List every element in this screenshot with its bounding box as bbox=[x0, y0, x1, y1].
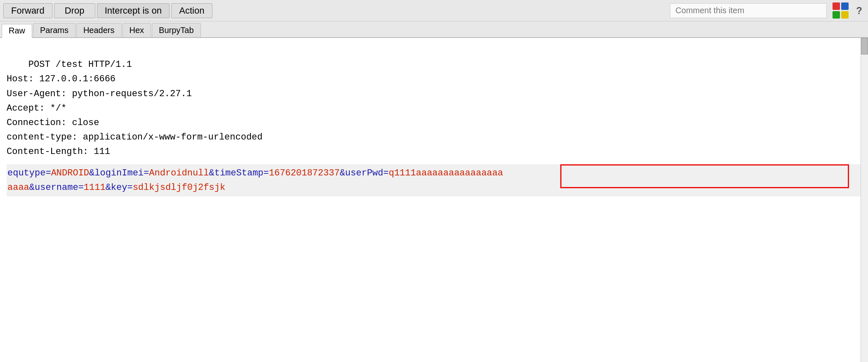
body-val-key: sdlkjsdljf0j2fsjk bbox=[133, 182, 225, 193]
dot-red bbox=[833, 2, 840, 10]
body-key-userpwd: &userPwd= bbox=[340, 168, 389, 178]
body-val-androidnull: Androidnull bbox=[149, 168, 209, 178]
help-button[interactable]: ? bbox=[854, 5, 865, 17]
content-length-line: Content-Length: 111 bbox=[7, 147, 110, 157]
colorful-dots bbox=[833, 2, 849, 19]
body-val-timestamp: 1676201872337 bbox=[269, 168, 340, 178]
connection-line: Connection: close bbox=[7, 118, 99, 128]
body-text: equtype=ANDROID&loginImei=Androidnull&ti… bbox=[7, 164, 861, 196]
dot-blue bbox=[841, 2, 849, 10]
dot-green bbox=[833, 11, 840, 19]
scrollbar-track[interactable] bbox=[861, 38, 868, 362]
tab-params[interactable]: Params bbox=[33, 23, 75, 37]
tab-headers[interactable]: Headers bbox=[76, 23, 122, 37]
tab-hex[interactable]: Hex bbox=[123, 23, 151, 37]
content-type-line: content-type: application/x-www-form-url… bbox=[7, 132, 263, 142]
content-area: POST /test HTTP/1.1 Host: 127.0.0.1:6666… bbox=[0, 38, 868, 362]
toolbar: Forward Drop Intercept is on Action ? bbox=[0, 0, 868, 21]
body-key-equtype: equtype= bbox=[7, 168, 51, 178]
request-line: POST /test HTTP/1.1 bbox=[28, 59, 132, 70]
body-key-loginimei: &loginImei= bbox=[89, 168, 149, 178]
accept-line: Accept: */* bbox=[7, 103, 66, 114]
drop-button[interactable]: Drop bbox=[54, 3, 95, 18]
comment-input[interactable] bbox=[670, 3, 827, 18]
http-body: equtype=ANDROID&loginImei=Androidnull&ti… bbox=[7, 164, 861, 196]
tab-burpytab[interactable]: BurpyTab bbox=[152, 23, 201, 37]
forward-button[interactable]: Forward bbox=[3, 3, 52, 18]
action-button[interactable]: Action bbox=[171, 3, 212, 18]
body-key-username: &username= bbox=[29, 182, 84, 193]
dot-yellow bbox=[841, 11, 849, 19]
http-headers: POST /test HTTP/1.1 Host: 127.0.0.1:6666… bbox=[7, 43, 861, 159]
body-val-userpwd-cont: aaaa bbox=[7, 182, 29, 193]
body-val-username: 1111 bbox=[84, 182, 106, 193]
host-line: Host: 127.0.0.1:6666 bbox=[7, 74, 116, 84]
user-agent-line: User-Agent: python-requests/2.27.1 bbox=[7, 89, 192, 99]
scrollbar-thumb[interactable] bbox=[861, 38, 868, 54]
intercept-button[interactable]: Intercept is on bbox=[97, 3, 170, 18]
tabs-bar: Raw Params Headers Hex BurpyTab bbox=[0, 21, 868, 38]
body-val-android: ANDROID bbox=[51, 168, 89, 178]
dots-icon-group bbox=[833, 2, 849, 19]
body-key-timestamp: &timeStamp= bbox=[209, 168, 269, 178]
tab-raw[interactable]: Raw bbox=[2, 24, 32, 38]
body-key-key: &key= bbox=[106, 182, 133, 193]
body-val-userpwd: q1111aaaaaaaaaaaaaaaa bbox=[389, 168, 503, 178]
